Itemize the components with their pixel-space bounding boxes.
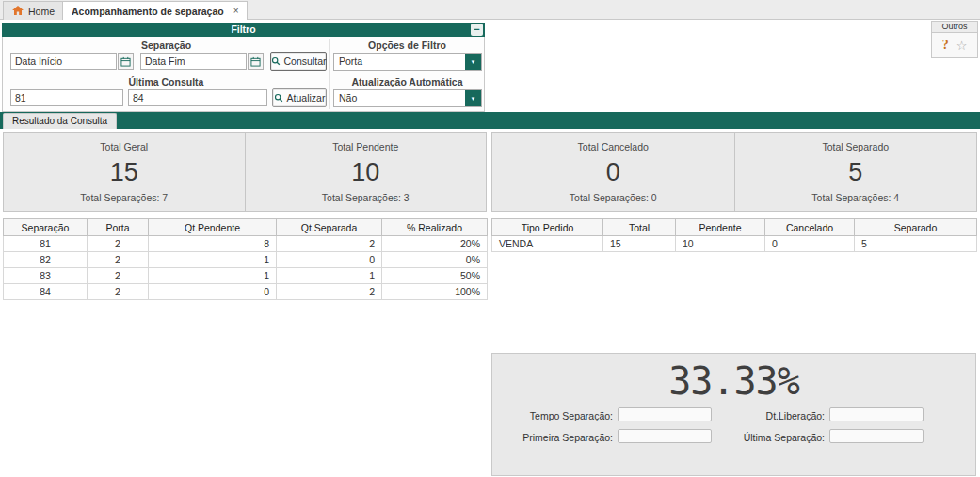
consultar-button[interactable]: Consultar (270, 52, 327, 71)
tab-acompanhamento[interactable]: Acompanhamento de separação × (62, 1, 248, 20)
card-title: Total Geral (100, 141, 148, 152)
separacoes-table: Separação Porta Qt.Pendente Qt.Separada … (3, 218, 488, 300)
card-total-pendente: Total Pendente 10 Total Separações: 3 (245, 133, 487, 211)
ultima-separacao-label: Última Separação: (721, 432, 825, 443)
minimize-icon[interactable]: − (471, 24, 483, 36)
cell: 0 (149, 284, 277, 300)
detail-panel: 33.33% Tempo Separação: Dt.Liberação: Pr… (491, 353, 976, 476)
cell: 0% (382, 252, 488, 268)
tab-home[interactable]: Home (3, 1, 64, 20)
ultima-consulta-de-input[interactable] (10, 89, 123, 106)
tab-acompanhamento-label: Acompanhamento de separação (72, 6, 224, 17)
atualizacao-automatica-value: Não (334, 90, 465, 106)
column-header: Cancelado (765, 219, 855, 236)
tempo-separacao-label: Tempo Separação: (500, 410, 613, 421)
cell: 84 (4, 284, 88, 300)
card-subtitle: Total Separações: 0 (570, 192, 657, 203)
ultima-consulta-ate-input[interactable] (128, 89, 267, 106)
atualizar-button-label: Atualizar (287, 92, 326, 103)
card-subtitle: Total Separações: 7 (80, 192, 168, 203)
column-header: Qt.Separada (277, 219, 382, 236)
card-value: 5 (848, 160, 862, 185)
tab-bar: Home Acompanhamento de separação × (0, 0, 980, 20)
summary-cards-left: Total Geral 15 Total Separações: 7 Total… (3, 132, 487, 212)
card-title: Total Pendente (332, 141, 398, 152)
cell: 2 (88, 252, 149, 268)
tempo-separacao-field[interactable] (618, 407, 712, 421)
star-icon[interactable]: ☆ (956, 40, 968, 52)
cell: 1 (277, 268, 382, 284)
atualizar-button[interactable]: Atualizar (272, 88, 327, 107)
search-icon (274, 93, 283, 103)
help-icon[interactable]: ? (942, 38, 949, 53)
tipo-pedido-table: Tipo Pedido Total Pendente Cancelado Sep… (491, 218, 977, 252)
opcoes-filtro-value: Porta (334, 54, 465, 70)
card-total-geral: Total Geral 15 Total Separações: 7 (4, 133, 245, 211)
cell: 0 (765, 236, 855, 252)
outros-panel: Outros ? ☆ (931, 21, 978, 58)
column-header: Qt.Pendente (149, 219, 277, 236)
table-header-row: Separação Porta Qt.Pendente Qt.Separada … (4, 219, 488, 236)
dt-liberacao-label: Dt.Liberação: (721, 410, 825, 421)
close-icon[interactable]: × (233, 6, 239, 16)
group-label-separacao: Separação (3, 40, 329, 51)
outros-panel-body: ? ☆ (931, 33, 978, 58)
table-row[interactable]: 84 2 0 2 100% (4, 284, 488, 300)
ultima-separacao-field[interactable] (829, 429, 924, 443)
group-label-atualizacao-automatica: Atualização Automática (330, 76, 484, 87)
table-row[interactable]: 83 2 1 1 50% (4, 268, 488, 284)
data-inicio-calendar-button[interactable] (118, 53, 134, 70)
cell: 82 (4, 252, 88, 268)
card-total-separado: Total Separado 5 Total Separações: 4 (734, 133, 977, 211)
data-fim-calendar-button[interactable] (248, 53, 264, 70)
primeira-separacao-label: Primeira Separação: (500, 432, 613, 443)
cell: 83 (4, 268, 88, 284)
tab-home-label: Home (28, 6, 55, 17)
consultar-button-label: Consultar (284, 56, 327, 67)
percent-realized-value: 33.33% (492, 359, 975, 403)
result-tab-strip: Resultado da Consulta (0, 112, 980, 129)
column-header: % Realizado (382, 219, 488, 236)
primeira-separacao-field[interactable] (618, 429, 712, 443)
chevron-down-icon: ▼ (465, 54, 481, 70)
column-header: Separação (4, 219, 88, 236)
table-row[interactable]: 82 2 1 0 0% (4, 252, 488, 268)
cell: 81 (4, 236, 88, 252)
summary-cards-right: Total Cancelado 0 Total Separações: 0 To… (491, 132, 977, 212)
cell: 0 (277, 252, 382, 268)
cell: 20% (382, 236, 488, 252)
column-header: Porta (88, 219, 149, 236)
group-label-opcoes-filtro: Opções de Filtro (330, 40, 484, 51)
column-header: Pendente (676, 219, 765, 236)
cell: 2 (88, 284, 149, 300)
card-title: Total Cancelado (578, 141, 649, 152)
table-row[interactable]: VENDA 15 10 0 5 (492, 236, 977, 252)
outros-panel-title: Outros (931, 21, 978, 33)
cell: 8 (149, 236, 277, 252)
filter-panel: Filtro − Separação Cons (2, 23, 485, 112)
cell: 10 (676, 236, 765, 252)
filter-panel-header: Filtro − (2, 23, 485, 37)
calendar-icon (120, 56, 131, 67)
card-title: Total Separado (822, 141, 889, 152)
calendar-icon (250, 56, 261, 67)
chevron-down-icon: ▼ (465, 90, 481, 106)
tab-resultado-da-consulta[interactable]: Resultado da Consulta (3, 113, 117, 129)
cell: 2 (277, 284, 382, 300)
dt-liberacao-field[interactable] (829, 407, 924, 421)
card-subtitle: Total Separações: 3 (322, 192, 410, 203)
table-header-row: Tipo Pedido Total Pendente Cancelado Sep… (492, 219, 977, 236)
table-row[interactable]: 81 2 8 2 20% (4, 236, 488, 252)
data-inicio-input[interactable] (10, 53, 117, 70)
card-value: 15 (110, 160, 138, 185)
card-subtitle: Total Separações: 4 (811, 192, 899, 203)
group-label-ultima-consulta: Última Consulta (3, 76, 329, 87)
atualizacao-automatica-dropdown[interactable]: Não ▼ (333, 89, 482, 107)
opcoes-filtro-dropdown[interactable]: Porta ▼ (333, 53, 482, 71)
data-fim-input[interactable] (140, 53, 247, 70)
card-value: 0 (606, 160, 620, 185)
card-total-cancelado: Total Cancelado 0 Total Separações: 0 (492, 133, 734, 211)
cell: VENDA (492, 236, 603, 252)
cell: 2 (88, 268, 149, 284)
cell: 50% (382, 268, 488, 284)
